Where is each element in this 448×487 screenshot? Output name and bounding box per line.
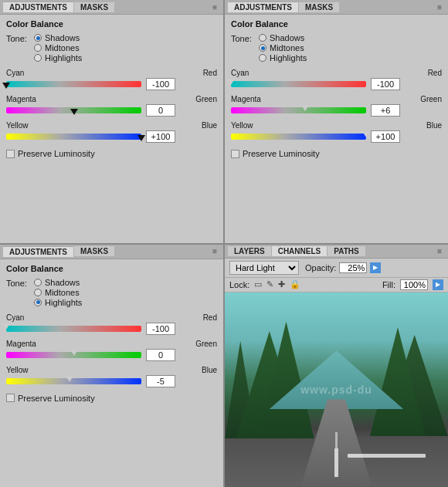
slider-inner-yb-3: -5 <box>6 375 217 387</box>
slider-container-cr-1[interactable] <box>6 79 141 90</box>
value-mg-3[interactable]: 0 <box>146 349 175 361</box>
radio-highlights-1[interactable]: Highlights <box>34 53 82 63</box>
value-cr-3[interactable]: -100 <box>146 323 175 335</box>
radio-midtones-2[interactable]: Midtones <box>259 43 307 52</box>
tab-adjustments-3[interactable]: ADJUSTMENTS <box>3 246 73 257</box>
radio-midtones-3[interactable]: Midtones <box>34 288 82 297</box>
panel-3-menu[interactable]: ≡ <box>209 247 220 255</box>
panel-1-menu[interactable]: ≡ <box>209 3 220 12</box>
tone-label-1: Tone: <box>6 34 31 43</box>
blue-label-3: Blue <box>202 366 217 374</box>
radio-midtones-1[interactable]: Midtones <box>34 43 82 52</box>
slider-labels-cr-3: Cyan Red <box>6 313 217 322</box>
tab-masks-3[interactable]: MASKS <box>74 246 114 256</box>
value-yb-1[interactable]: +100 <box>146 130 175 143</box>
radio-shadows-circle-3 <box>34 279 42 286</box>
panel-4-menu[interactable]: ≡ <box>434 247 445 255</box>
yellow-label-2: Yellow <box>231 121 253 130</box>
highlights-label-2: Highlights <box>270 53 307 63</box>
tone-options-2: Shadows Midtones Highlights <box>259 33 307 63</box>
red-label-1: Red <box>203 69 217 77</box>
midtones-label-1: Midtones <box>45 43 80 52</box>
preserve-checkbox-2[interactable] <box>231 150 239 158</box>
value-yb-2[interactable]: +100 <box>371 130 400 143</box>
blue-label-2: Blue <box>426 121 442 130</box>
fill-input[interactable] <box>400 279 428 290</box>
green-label-1: Green <box>195 95 217 103</box>
blue-label-1: Blue <box>202 121 217 130</box>
preserve-row-1[interactable]: Preserve Luminosity <box>6 149 217 158</box>
cyan-label-2: Cyan <box>231 69 249 77</box>
value-cr-1[interactable]: -100 <box>146 78 175 90</box>
opacity-arrow-btn[interactable]: ▶ <box>370 262 381 273</box>
tone-label-2: Tone: <box>231 34 256 43</box>
thumb-yb-3 <box>66 376 73 386</box>
slider-container-mg-2[interactable] <box>231 105 366 116</box>
brush-icon[interactable]: ✎ <box>266 279 273 289</box>
panel-4: LAYERS CHANNELS PATHS ≡ Hard Light Opaci… <box>225 245 448 488</box>
blend-row: Hard Light Opacity: ▶ <box>225 259 448 278</box>
value-yb-3[interactable]: -5 <box>146 375 175 387</box>
radio-shadows-circle-1 <box>34 34 42 42</box>
slider-container-cr-2[interactable] <box>231 79 366 90</box>
preserve-checkbox-3[interactable] <box>6 394 15 402</box>
yellow-label-1: Yellow <box>6 121 29 130</box>
radio-highlights-3[interactable]: Highlights <box>34 298 82 307</box>
slider-yellow-blue-2: Yellow Blue +100 <box>231 121 442 143</box>
slider-inner-mg-3: 0 <box>6 349 217 361</box>
lock-icon[interactable]: ▭ <box>254 279 262 289</box>
value-cr-2[interactable]: -100 <box>371 78 400 90</box>
opacity-input[interactable] <box>339 262 367 273</box>
slider-yellow-blue-3: Yellow Blue -5 <box>6 366 217 387</box>
preserve-label-2: Preserve Luminosity <box>243 149 320 158</box>
tone-row-2: Tone: Shadows Midtones Highlights <box>231 33 442 63</box>
tab-masks-1[interactable]: MASKS <box>74 2 114 12</box>
panel-2-header: ADJUSTMENTS MASKS ≡ <box>225 0 448 15</box>
guardrail <box>348 454 426 458</box>
panel-2: ADJUSTMENTS MASKS ≡ Color Balance Tone: … <box>225 0 448 243</box>
tab-masks-2[interactable]: MASKS <box>299 2 339 12</box>
highlights-label-3: Highlights <box>45 298 82 307</box>
track-cr-3 <box>6 326 141 332</box>
fill-arrow-btn[interactable]: ▶ <box>433 279 443 290</box>
tab-adjustments-1[interactable]: ADJUSTMENTS <box>3 2 73 12</box>
slider-container-mg-3[interactable] <box>6 350 141 360</box>
radio-shadows-1[interactable]: Shadows <box>34 33 82 42</box>
road-marking-1 <box>334 448 339 478</box>
slider-labels-yb-2: Yellow Blue <box>231 121 442 130</box>
thumb-mg-1 <box>70 109 78 115</box>
slider-labels-cr-1: Cyan Red <box>6 69 217 77</box>
padlock-icon[interactable]: 🔒 <box>290 279 300 289</box>
tone-label-3: Tone: <box>6 279 31 288</box>
tab-channels[interactable]: CHANNELS <box>272 246 328 256</box>
slider-container-yb-1[interactable] <box>6 131 141 142</box>
radio-highlights-2[interactable]: Highlights <box>259 53 307 63</box>
value-mg-1[interactable]: 0 <box>146 104 175 117</box>
slider-inner-cr-1: -100 <box>6 78 217 90</box>
tab-paths[interactable]: PATHS <box>328 246 365 256</box>
radio-shadows-3[interactable]: Shadows <box>34 278 82 287</box>
panel-2-title: Color Balance <box>231 19 442 29</box>
slider-section-3: Cyan Red -100 Magenta <box>6 313 217 387</box>
move-icon[interactable]: ✚ <box>278 279 285 289</box>
preserve-row-2[interactable]: Preserve Luminosity <box>231 149 442 158</box>
radio-shadows-2[interactable]: Shadows <box>259 33 307 42</box>
preserve-row-3[interactable]: Preserve Luminosity <box>6 394 217 403</box>
slider-container-yb-3[interactable] <box>6 376 141 387</box>
tab-adjustments-2[interactable]: ADJUSTMENTS <box>228 2 298 12</box>
preserve-checkbox-1[interactable] <box>6 150 15 158</box>
slider-container-mg-1[interactable] <box>6 105 141 116</box>
panel-2-menu[interactable]: ≡ <box>434 3 445 12</box>
blend-mode-select[interactable]: Hard Light <box>229 261 299 275</box>
slider-container-yb-2[interactable] <box>231 131 366 142</box>
thumb-mg-3 <box>70 350 78 360</box>
slider-container-cr-3[interactable] <box>6 323 141 334</box>
green-label-3: Green <box>195 340 217 348</box>
value-mg-2[interactable]: +6 <box>371 104 400 117</box>
slider-labels-cr-2: Cyan Red <box>231 69 442 77</box>
slider-labels-yb-3: Yellow Blue <box>6 366 217 374</box>
magenta-label-2: Magenta <box>231 95 261 103</box>
radio-midtones-circle-1 <box>34 44 42 52</box>
slider-magenta-green-1: Magenta Green 0 <box>6 95 217 117</box>
tab-layers[interactable]: LAYERS <box>228 246 271 256</box>
